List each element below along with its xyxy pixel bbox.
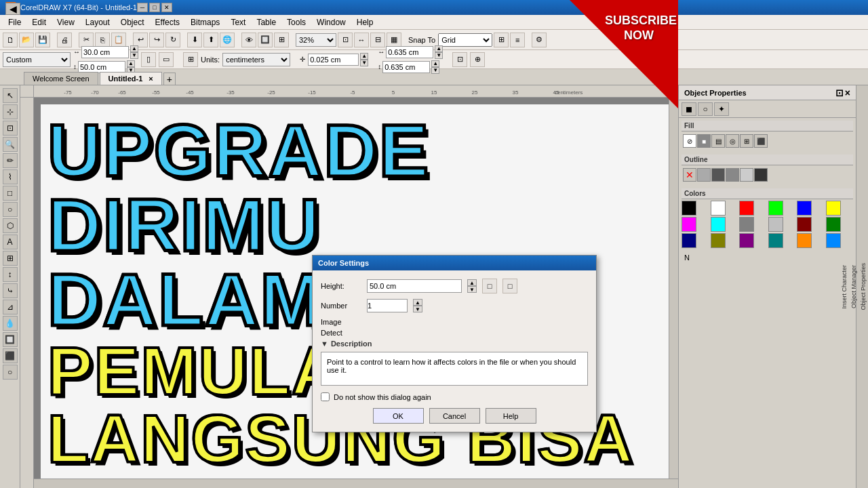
select-tool[interactable]: ↖ [3, 88, 18, 103]
no-outline-icon[interactable]: ✕ [683, 168, 696, 182]
width-up-button[interactable]: ▲ [130, 45, 138, 52]
zoom-width-button[interactable]: ↔ [354, 33, 369, 47]
dialog-height-down[interactable]: ▼ [467, 286, 477, 293]
publish-button[interactable]: 🌐 [220, 33, 235, 47]
effects-tab[interactable]: ✦ [714, 102, 729, 116]
fill-tab[interactable]: ◼ [682, 102, 696, 116]
interactive-fill[interactable]: 🔲 [3, 332, 18, 347]
nudge-input[interactable] [308, 54, 359, 66]
linear-fill-icon[interactable]: ▤ [711, 134, 725, 148]
color-swatch-olive[interactable] [711, 233, 726, 248]
nudge-down-button[interactable]: ▼ [360, 60, 368, 66]
minimize-button[interactable]: ─ [137, 3, 148, 12]
color-swatch-teal[interactable] [768, 233, 783, 248]
cancel-button[interactable]: Cancel [429, 408, 480, 424]
color-swatch-navy[interactable] [682, 233, 696, 248]
color-swatch-cyan[interactable] [711, 217, 726, 232]
menu-tools[interactable]: Tools [281, 16, 311, 28]
blend-tool[interactable]: ⊿ [3, 300, 18, 314]
align-button[interactable]: ⊞ [494, 33, 509, 47]
shape-tool[interactable]: ⊹ [3, 104, 18, 119]
nudge-up-button[interactable]: ▲ [360, 53, 368, 60]
height-input[interactable] [78, 61, 125, 73]
obj-manager-side-label[interactable]: Object Manager [849, 260, 859, 314]
no-show-checkbox[interactable] [321, 392, 330, 401]
menu-text[interactable]: Text [225, 16, 251, 28]
color-swatch-black[interactable] [682, 201, 696, 216]
menu-file[interactable]: File [3, 16, 26, 28]
texture-fill-icon[interactable]: ⬛ [754, 134, 768, 148]
unlock-button[interactable]: □ [502, 279, 517, 293]
color-swatch-darkgreen[interactable] [826, 217, 841, 232]
flat-fill-icon[interactable]: ■ [697, 134, 711, 148]
color-swatch-skyblue[interactable] [826, 233, 841, 248]
color-eyedropper[interactable]: 💧 [3, 316, 18, 331]
parallel-dim-tool[interactable]: ↕ [3, 267, 18, 282]
no-fill-icon[interactable]: ⊘ [683, 134, 696, 148]
color-swatch-purple[interactable] [739, 233, 754, 248]
color-swatch-orange[interactable] [797, 233, 812, 248]
color-swatch-white[interactable] [711, 201, 726, 216]
rectangle-tool[interactable]: □ [3, 186, 18, 201]
color-swatch-blue[interactable] [797, 201, 812, 216]
color-swatch-silver[interactable] [768, 217, 783, 232]
open-button[interactable]: 📂 [19, 33, 34, 47]
view-btn[interactable]: 👁 [241, 33, 256, 47]
dialog-height-up[interactable]: ▲ [467, 279, 477, 286]
obj-props-side-label[interactable]: Object Properties [859, 258, 868, 316]
pattern-fill-icon[interactable]: ⊞ [740, 134, 753, 148]
lock-button[interactable]: □ [482, 279, 497, 293]
text-tool[interactable]: A [3, 235, 18, 249]
number-down[interactable]: ▼ [413, 306, 422, 312]
snap-to-select[interactable]: Grid Guidelines [438, 33, 492, 47]
y-pos-input[interactable] [382, 61, 430, 73]
tab-close-icon[interactable]: × [149, 75, 153, 83]
menu-table[interactable]: Table [251, 16, 281, 28]
outline-solid-icon[interactable] [697, 168, 711, 182]
height-value-input[interactable] [367, 279, 462, 293]
insert-char-side-label[interactable]: Insert Character [840, 260, 849, 314]
portrait-button[interactable]: ▯ [141, 52, 156, 67]
new-tab-button[interactable]: + [163, 73, 176, 85]
crop-tool[interactable]: ⊡ [3, 121, 18, 136]
y-down-button[interactable]: ▼ [431, 67, 439, 74]
grid-btn[interactable]: ⊞ [274, 33, 289, 47]
radial-fill-icon[interactable]: ◎ [726, 134, 739, 148]
smart-draw-tool[interactable]: ⌇ [3, 169, 18, 184]
scroll-tabs-left[interactable]: ◀ [5, 3, 20, 15]
zoom-select[interactable]: 32% [296, 33, 336, 47]
menu-layout[interactable]: Layout [80, 16, 115, 28]
undo-arrow-button[interactable]: ↪ [149, 33, 164, 47]
zoom-fit-button[interactable]: ⊡ [338, 33, 353, 47]
outline-thin-icon[interactable] [740, 168, 753, 182]
distribute-button[interactable]: ≡ [510, 33, 525, 47]
menu-object[interactable]: Object [115, 16, 150, 28]
connector-tool[interactable]: ⤷ [3, 283, 18, 298]
y-up-button[interactable]: ▲ [431, 60, 439, 67]
import-button[interactable]: ⬇ [187, 33, 202, 47]
help-button[interactable]: Help [486, 408, 536, 424]
tab-welcome[interactable]: Welcome Screen [24, 72, 98, 85]
table-tool[interactable]: ⊞ [3, 251, 18, 266]
x-down-button[interactable]: ▼ [435, 52, 443, 59]
width-input[interactable] [81, 46, 129, 58]
outline-medium-icon[interactable] [726, 168, 739, 182]
print-button[interactable]: 🖨 [57, 33, 72, 47]
restore-button[interactable]: □ [149, 3, 160, 12]
polygon-tool[interactable]: ⬡ [3, 218, 18, 233]
smart-fill[interactable]: ⬛ [3, 348, 18, 363]
color-swatch-darkred[interactable] [797, 217, 812, 232]
height-up-button[interactable]: ▲ [127, 60, 135, 67]
close-button[interactable]: ✕ [161, 3, 172, 12]
save-button[interactable]: 💾 [35, 33, 50, 47]
color-swatch-magenta[interactable] [682, 217, 696, 232]
tab-document[interactable]: Untitled-1 × [100, 72, 162, 85]
options-button[interactable]: ⚙ [532, 33, 547, 47]
plus-button[interactable]: ⊕ [470, 52, 485, 67]
x-pos-input[interactable] [386, 46, 433, 58]
menu-edit[interactable]: Edit [26, 16, 52, 28]
stroke-tab[interactable]: ○ [698, 102, 713, 116]
number-input[interactable] [367, 299, 408, 312]
color-swatch-gray[interactable] [739, 217, 754, 232]
panel-float-icon[interactable]: ⊡ [835, 87, 844, 98]
